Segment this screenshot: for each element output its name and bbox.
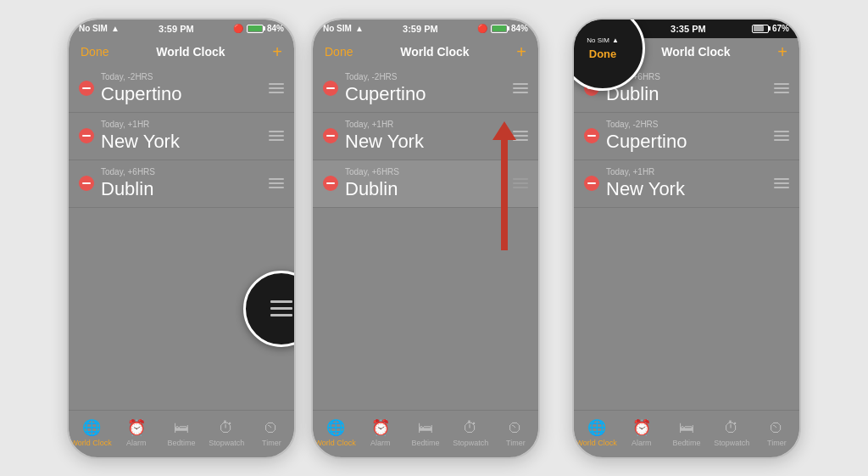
bedtime-label-2: Bedtime (411, 439, 439, 447)
bedtime-label-1: Bedtime (167, 439, 195, 447)
drag-cupertino-3[interactable] (774, 131, 789, 141)
city-cupertino-2: Cupertino (345, 83, 513, 105)
arrow-overlay-2 (492, 121, 516, 250)
city-dublin-1: Dublin (101, 178, 269, 200)
battery-fill-1 (248, 25, 262, 31)
content-1: Today, -2HRS Cupertino Today, +1HR New Y… (69, 65, 294, 410)
nav-bar-2: Done World Clock + (313, 38, 538, 65)
tab-timer-3[interactable]: ⏲ Timer (754, 419, 799, 447)
wifi-icon-1: ▲ (111, 24, 120, 33)
tab-world-clock-1[interactable]: 🌐 World Clock (69, 418, 114, 447)
zoom-status-3: No SIM ▲ (587, 36, 619, 44)
bluetooth-icon-1: 🔴 (233, 24, 243, 33)
minus-dublin-2[interactable] (323, 176, 338, 191)
arrow-up-icon (492, 121, 516, 140)
zoom-done-button[interactable]: Done (589, 48, 617, 60)
timer-label-3: Timer (767, 439, 787, 447)
tab-world-clock-2[interactable]: 🌐 World Clock (313, 418, 358, 447)
clock-info-cupertino-3: Today, -2HRS Cupertino (606, 120, 774, 153)
drag-newyork-3[interactable] (774, 178, 789, 188)
clock-item-dublin-1: Today, +6HRS Dublin (69, 160, 294, 208)
city-cupertino-1: Cupertino (101, 83, 269, 105)
world-clock-label-1: World Clock (70, 439, 111, 447)
stopwatch-label-3: Stopwatch (714, 439, 749, 447)
status-right-2: 🔴 84% (477, 24, 528, 33)
add-button-2[interactable]: + (516, 43, 526, 60)
tab-stopwatch-2[interactable]: ⏱ Stopwatch (448, 419, 493, 447)
diff-newyork-2: Today, +1HR (345, 120, 513, 129)
tab-bedtime-2[interactable]: 🛏 Bedtime (403, 419, 448, 447)
diff-newyork-1: Today, +1HR (101, 120, 269, 129)
minus-dublin-1[interactable] (79, 176, 94, 191)
timer-icon-1: ⏲ (264, 419, 279, 437)
done-button-1[interactable]: Done (81, 45, 108, 59)
tab-alarm-1[interactable]: ⏰ Alarm (114, 418, 159, 447)
alarm-label-2: Alarm (370, 439, 391, 447)
world-clock-icon-1: 🌐 (82, 418, 101, 437)
clock-item-newyork-1: Today, +1HR New York (69, 113, 294, 160)
stopwatch-label-2: Stopwatch (453, 439, 488, 447)
drag-dublin-3[interactable] (774, 83, 789, 93)
add-button-3[interactable]: + (777, 43, 787, 60)
stopwatch-label-1: Stopwatch (209, 439, 244, 447)
diff-cupertino-2: Today, -2HRS (345, 72, 513, 81)
minus-cupertino-1[interactable] (79, 81, 94, 96)
tab-timer-2[interactable]: ⏲ Timer (493, 419, 538, 447)
diff-cupertino-3: Today, -2HRS (606, 120, 774, 129)
tab-bedtime-3[interactable]: 🛏 Bedtime (664, 419, 709, 447)
diff-newyork-3: Today, +1HR (606, 167, 774, 176)
alarm-icon-3: ⏰ (632, 418, 651, 437)
done-button-2[interactable]: Done (325, 45, 353, 59)
alarm-icon-1: ⏰ (127, 418, 146, 437)
clock-info-cupertino-2: Today, -2HRS Cupertino (345, 72, 513, 105)
clock-info-dublin-2: Today, +6HRS Dublin (345, 167, 513, 200)
drag-dublin-1[interactable] (269, 178, 284, 188)
nav-title-2: World Clock (400, 45, 469, 59)
tab-stopwatch-3[interactable]: ⏱ Stopwatch (709, 419, 754, 447)
clock-info-dublin-1: Today, +6HRS Dublin (101, 167, 269, 200)
diff-cupertino-1: Today, -2HRS (101, 72, 269, 81)
city-dublin-3: Dublin (606, 83, 774, 105)
time-3: 3:35 PM (670, 24, 706, 34)
timer-icon-2: ⏲ (508, 419, 523, 437)
zoom-wifi-icon: ▲ (612, 36, 619, 44)
drag-cupertino-1[interactable] (269, 83, 284, 93)
clock-item-cupertino-3: Today, -2HRS Cupertino (574, 113, 799, 160)
content-3: Today, +6HRS Dublin Today, -2HRS Cuperti… (574, 65, 799, 410)
clock-item-newyork-3: Today, +1HR New York (574, 160, 799, 208)
clock-info-newyork-1: Today, +1HR New York (101, 120, 269, 153)
minus-newyork-1[interactable] (79, 128, 94, 143)
tab-timer-1[interactable]: ⏲ Timer (249, 419, 294, 447)
status-bar-1: No SIM ▲ 3:59 PM 🔴 84% (69, 20, 294, 38)
add-button-1[interactable]: + (272, 43, 282, 60)
minus-cupertino-3[interactable] (584, 128, 599, 143)
nav-title-1: World Clock (156, 45, 225, 59)
no-sim-label-1: No SIM (79, 24, 108, 33)
tab-alarm-3[interactable]: ⏰ Alarm (619, 418, 664, 447)
bedtime-icon-1: 🛏 (174, 419, 189, 437)
tab-stopwatch-1[interactable]: ⏱ Stopwatch (204, 419, 249, 447)
clock-info-newyork-2: Today, +1HR New York (345, 120, 513, 153)
tab-bedtime-1[interactable]: 🛏 Bedtime (159, 419, 203, 447)
time-1: 3:59 PM (159, 24, 194, 34)
tab-alarm-2[interactable]: ⏰ Alarm (358, 418, 403, 447)
battery-fill-2 (492, 25, 506, 31)
minus-newyork-2[interactable] (323, 128, 338, 143)
drag-cupertino-2[interactable] (513, 83, 528, 93)
world-clock-icon-2: 🌐 (326, 418, 345, 437)
battery-bar-3 (752, 25, 769, 33)
minus-newyork-3[interactable] (584, 176, 599, 191)
alarm-icon-2: ⏰ (371, 418, 390, 437)
minus-cupertino-2[interactable] (323, 81, 338, 96)
tab-bar-2: 🌐 World Clock ⏰ Alarm 🛏 Bedtime ⏱ Stopwa… (313, 410, 538, 457)
city-newyork-3: New York (606, 178, 774, 200)
world-clock-label-3: World Clock (576, 439, 616, 447)
drag-newyork-1[interactable] (269, 131, 284, 141)
phone-3: No SIM ▲ 3:35 PM 67% Done World Clock + … (572, 18, 801, 459)
bedtime-icon-2: 🛏 (418, 419, 433, 437)
tab-world-clock-3[interactable]: 🌐 World Clock (574, 418, 619, 447)
battery-fill-3 (754, 25, 764, 31)
alarm-label-3: Alarm (632, 439, 652, 447)
battery-bar-2 (491, 25, 508, 33)
bedtime-icon-3: 🛏 (679, 419, 694, 437)
